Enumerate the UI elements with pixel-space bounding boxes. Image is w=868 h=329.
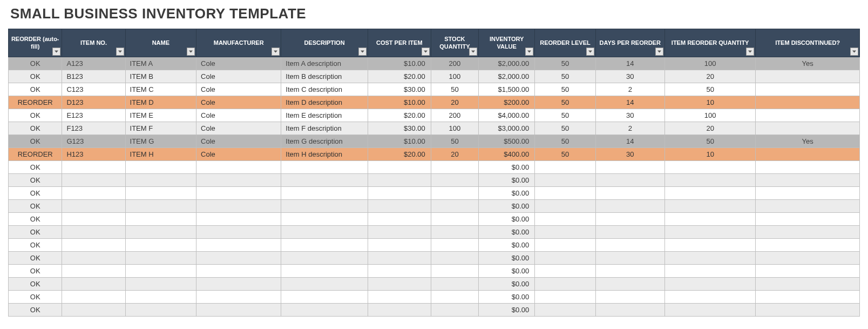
cell-rl[interactable]: 50 [535,148,595,161]
cell-desc[interactable] [281,239,368,252]
cell-inv_value[interactable]: $2,000.00 [479,70,535,83]
filter-dropdown-icon[interactable] [469,48,477,56]
cell-desc[interactable]: Item D description [281,96,368,109]
cell-reorder[interactable]: OK [9,213,62,226]
cell-name[interactable] [125,239,196,252]
cell-inv_value[interactable]: $0.00 [479,187,535,200]
cell-stock[interactable]: 100 [431,70,478,83]
cell-irq[interactable] [664,252,755,265]
cell-name[interactable] [125,265,196,278]
cell-mfg[interactable]: Cole [196,70,281,83]
cell-stock[interactable]: 200 [431,109,478,122]
cell-inv_value[interactable]: $0.00 [479,226,535,239]
cell-cost[interactable] [368,265,431,278]
filter-dropdown-icon[interactable] [746,48,754,56]
cell-cost[interactable] [368,252,431,265]
cell-stock[interactable]: 100 [431,122,478,135]
cell-cost[interactable] [368,278,431,291]
cell-dpr[interactable]: 14 [595,135,664,148]
cell-mfg[interactable] [196,265,281,278]
cell-reorder[interactable]: OK [9,57,62,70]
cell-rl[interactable]: 50 [535,57,595,70]
cell-stock[interactable] [431,304,478,317]
cell-name[interactable]: ITEM D [125,96,196,109]
cell-disc[interactable] [756,109,860,122]
cell-inv_value[interactable]: $0.00 [479,239,535,252]
cell-name[interactable]: ITEM F [125,122,196,135]
cell-desc[interactable] [281,174,368,187]
filter-dropdown-icon[interactable] [586,48,594,56]
cell-mfg[interactable] [196,174,281,187]
cell-inv_value[interactable]: $0.00 [479,291,535,304]
cell-dpr[interactable] [595,213,664,226]
cell-reorder[interactable]: OK [9,239,62,252]
cell-rl[interactable] [535,252,595,265]
cell-dpr[interactable]: 30 [595,109,664,122]
cell-reorder[interactable]: OK [9,200,62,213]
cell-stock[interactable] [431,291,478,304]
cell-name[interactable] [125,291,196,304]
cell-disc[interactable]: Yes [756,57,860,70]
cell-irq[interactable] [664,239,755,252]
cell-item_no[interactable]: E123 [62,109,125,122]
cell-item_no[interactable]: D123 [62,96,125,109]
cell-reorder[interactable]: OK [9,304,62,317]
cell-irq[interactable]: 50 [664,83,755,96]
cell-item_no[interactable] [62,226,125,239]
cell-rl[interactable]: 50 [535,122,595,135]
cell-irq[interactable]: 10 [664,96,755,109]
cell-reorder[interactable]: OK [9,291,62,304]
cell-stock[interactable] [431,161,478,174]
cell-rl[interactable]: 50 [535,96,595,109]
cell-irq[interactable] [664,291,755,304]
cell-inv_value[interactable]: $0.00 [479,200,535,213]
cell-irq[interactable]: 100 [664,57,755,70]
cell-desc[interactable]: Item F description [281,122,368,135]
cell-disc[interactable] [756,174,860,187]
cell-desc[interactable] [281,226,368,239]
cell-stock[interactable]: 20 [431,148,478,161]
cell-dpr[interactable] [595,226,664,239]
cell-irq[interactable] [664,265,755,278]
cell-inv_value[interactable]: $0.00 [479,278,535,291]
cell-desc[interactable] [281,200,368,213]
cell-disc[interactable] [756,226,860,239]
cell-name[interactable] [125,278,196,291]
cell-irq[interactable]: 100 [664,109,755,122]
cell-cost[interactable]: $10.00 [368,96,431,109]
cell-mfg[interactable] [196,291,281,304]
cell-rl[interactable] [535,304,595,317]
cell-irq[interactable]: 50 [664,135,755,148]
cell-inv_value[interactable]: $400.00 [479,148,535,161]
cell-disc[interactable] [756,265,860,278]
cell-mfg[interactable]: Cole [196,83,281,96]
cell-item_no[interactable] [62,200,125,213]
cell-name[interactable]: ITEM C [125,83,196,96]
cell-dpr[interactable] [595,291,664,304]
cell-cost[interactable]: $30.00 [368,83,431,96]
cell-stock[interactable]: 50 [431,83,478,96]
cell-reorder[interactable]: OK [9,70,62,83]
cell-irq[interactable] [664,226,755,239]
cell-mfg[interactable] [196,200,281,213]
cell-inv_value[interactable]: $0.00 [479,213,535,226]
cell-inv_value[interactable]: $500.00 [479,135,535,148]
filter-dropdown-icon[interactable] [655,48,663,56]
cell-desc[interactable] [281,304,368,317]
cell-desc[interactable] [281,252,368,265]
cell-name[interactable] [125,174,196,187]
cell-cost[interactable]: $10.00 [368,135,431,148]
cell-disc[interactable] [756,200,860,213]
cell-name[interactable] [125,187,196,200]
cell-stock[interactable] [431,213,478,226]
cell-cost[interactable] [368,161,431,174]
cell-mfg[interactable] [196,226,281,239]
cell-name[interactable] [125,213,196,226]
cell-desc[interactable]: Item C description [281,83,368,96]
cell-name[interactable] [125,226,196,239]
cell-cost[interactable]: $20.00 [368,109,431,122]
cell-item_no[interactable] [62,187,125,200]
cell-rl[interactable] [535,213,595,226]
cell-mfg[interactable]: Cole [196,109,281,122]
cell-desc[interactable] [281,291,368,304]
